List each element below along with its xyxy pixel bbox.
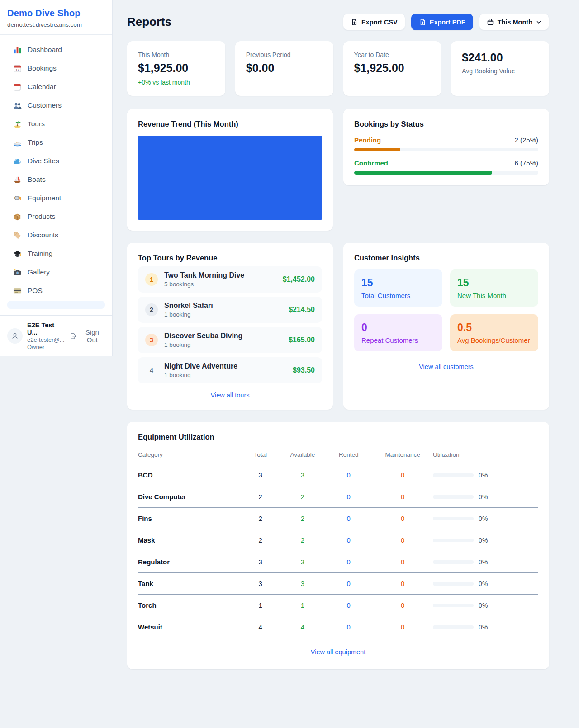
sidebar-item-bookings[interactable]: 17 Bookings — [7, 60, 105, 77]
sidebar-item-label: Products — [28, 213, 55, 221]
tour-bookings: 1 booking — [164, 372, 237, 378]
equipment-utilization-card: Equipment Utilization Category Total Ava… — [127, 422, 549, 669]
package-icon — [13, 212, 22, 221]
user-role: Owner — [27, 344, 65, 350]
sidebar-item-trips[interactable]: Trips — [7, 134, 105, 151]
person-icon — [11, 332, 19, 340]
page-header: Reports Export CSV Export PDF This Month — [127, 14, 549, 30]
table-row: Mask 2 2 0 0 0% — [138, 529, 538, 551]
utilization-bar — [433, 560, 474, 564]
sidebar-nav: Dashboard 17 Bookings Calendar Customers… — [0, 35, 112, 309]
equipment-utilization-title: Equipment Utilization — [138, 433, 538, 441]
export-pdf-button[interactable]: Export PDF — [411, 14, 473, 30]
tour-row: 2 Snorkel Safari 1 booking $214.50 — [138, 297, 322, 323]
shop-name-link[interactable]: Demo Dive Shop — [7, 8, 105, 19]
sidebar-item-dive-sites[interactable]: Dive Sites — [7, 152, 105, 170]
sidebar-item-dashboard[interactable]: Dashboard — [7, 41, 105, 58]
tour-row: 4 Night Dive Adventure 1 booking $93.50 — [138, 357, 322, 383]
stat-avg-booking-value: $241.00 Avg Booking Value — [451, 41, 549, 96]
sidebar-item-customers[interactable]: Customers — [7, 97, 105, 114]
sidebar-header: Demo Dive Shop demo.test.divestreams.com — [0, 0, 112, 35]
camera-flash-icon — [13, 268, 22, 277]
sailboat-icon — [13, 175, 22, 184]
sidebar-item-training[interactable]: Training — [7, 245, 105, 262]
tag-icon — [13, 231, 22, 240]
calendar-icon — [487, 19, 494, 26]
status-bar-fill — [354, 171, 492, 175]
sidebar: Demo Dive Shop demo.test.divestreams.com… — [0, 0, 113, 356]
top-tours-title: Top Tours by Revenue — [138, 254, 322, 262]
main-content: Reports Export CSV Export PDF This Month — [113, 0, 579, 687]
tour-bookings: 1 booking — [164, 341, 242, 348]
table-row: Dive Computer 2 2 0 0 0% — [138, 486, 538, 508]
chevron-down-icon — [536, 19, 541, 25]
utilization-bar — [433, 582, 474, 586]
equipment-table: Category Total Available Rented Maintena… — [138, 447, 538, 638]
revenue-trend-title: Revenue Trend (This Month) — [138, 120, 322, 128]
sidebar-user-footer: E2E Test U... e2e-tester@... Owner Sign … — [0, 315, 112, 356]
user-name: E2E Test U... — [27, 321, 65, 336]
sidebar-item-discounts[interactable]: Discounts — [7, 227, 105, 244]
sidebar-item-label: POS — [28, 287, 43, 295]
table-row: Torch 1 1 0 0 0% — [138, 595, 538, 616]
sidebar-item-label: Discounts — [28, 231, 58, 239]
sidebar-item-label: Trips — [28, 138, 43, 147]
tour-row: 3 Discover Scuba Diving 1 booking $165.0… — [138, 327, 322, 353]
tear-off-calendar-icon — [13, 82, 22, 91]
user-email: e2e-tester@... — [27, 336, 65, 343]
view-all-customers-link[interactable]: View all customers — [354, 363, 538, 370]
bar-chart-icon — [13, 45, 22, 54]
revenue-chart — [138, 136, 322, 220]
diving-mask-icon — [13, 194, 22, 203]
utilization-bar — [433, 625, 474, 629]
status-label: Confirmed — [354, 159, 388, 167]
calendar-date-icon: 17 — [13, 64, 22, 73]
avatar — [7, 328, 23, 344]
view-all-tours-link[interactable]: View all tours — [138, 392, 322, 399]
top-tours-card: Top Tours by Revenue 1 Two Tank Morning … — [127, 243, 333, 410]
sidebar-item-boats[interactable]: Boats — [7, 171, 105, 188]
graduation-cap-icon — [13, 249, 22, 258]
sidebar-item-label: Dive Sites — [28, 157, 59, 165]
view-all-equipment-link[interactable]: View all equipment — [138, 648, 538, 656]
sidebar-item-equipment[interactable]: Equipment — [7, 189, 105, 207]
status-row-pending: Pending 2 (25%) — [354, 136, 538, 151]
sidebar-item-products[interactable]: Products — [7, 208, 105, 225]
sidebar-item-label: Customers — [28, 101, 62, 109]
sidebar-item-calendar[interactable]: Calendar — [7, 78, 105, 95]
sidebar-item-gallery[interactable]: Gallery — [7, 264, 105, 281]
desert-island-icon — [13, 119, 22, 128]
header-actions: Export CSV Export PDF This Month — [343, 14, 549, 30]
revenue-trend-card: Revenue Trend (This Month) — [127, 109, 333, 231]
utilization-bar — [433, 517, 474, 520]
period-dropdown[interactable]: This Month — [479, 14, 549, 30]
status-row-confirmed: Confirmed 6 (75%) — [354, 159, 538, 175]
table-row: Tank 3 3 0 0 0% — [138, 573, 538, 595]
utilization-bar — [433, 473, 474, 477]
lists-row: Top Tours by Revenue 1 Two Tank Morning … — [127, 243, 549, 410]
sidebar-item-label: Training — [28, 250, 52, 258]
people-icon — [13, 101, 22, 110]
utilization-bar — [433, 495, 474, 499]
sidebar-item-tours[interactable]: Tours — [7, 115, 105, 132]
water-wave-icon — [13, 156, 22, 165]
sign-out-button[interactable]: Sign Out — [70, 328, 105, 344]
svg-text:17: 17 — [15, 68, 19, 72]
file-download-icon — [419, 19, 426, 26]
export-csv-button[interactable]: Export CSV — [343, 14, 405, 30]
bookings-by-status-card: Bookings by Status Pending 2 (25%) Confi… — [343, 109, 549, 185]
tour-row: 1 Two Tank Morning Dive 5 bookings $1,45… — [138, 266, 322, 293]
tile-total-customers: 15 Total Customers — [354, 269, 442, 307]
sidebar-item-label: Equipment — [28, 194, 61, 202]
table-row: Fins 2 2 0 0 0% — [138, 508, 538, 529]
tile-avg-bookings-customer: 0.5 Avg Bookings/Customer — [450, 314, 538, 351]
status-count: 2 (25%) — [514, 136, 538, 144]
tour-name: Snorkel Safari — [164, 302, 213, 310]
tour-bookings: 5 bookings — [164, 281, 244, 288]
stat-cards: This Month $1,925.00 +0% vs last month P… — [127, 41, 549, 96]
status-bar-track — [354, 171, 538, 175]
sidebar-item-pos[interactable]: POS — [7, 282, 105, 299]
status-label: Pending — [354, 136, 381, 144]
sidebar-item-label: Bookings — [28, 64, 57, 72]
sidebar-item-reports-active[interactable] — [7, 301, 105, 309]
